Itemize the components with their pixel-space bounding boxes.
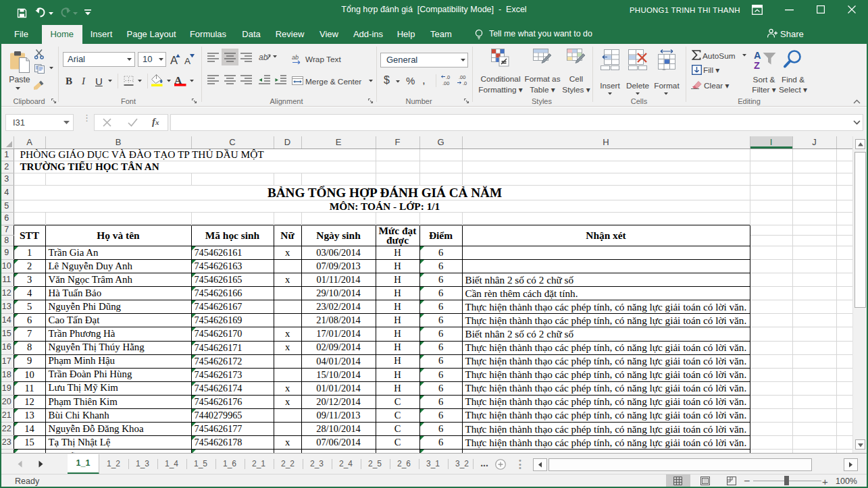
svg-text:Z: Z <box>754 60 760 70</box>
svg-text:ab: ab <box>292 54 299 61</box>
svg-text:.00: .00 <box>442 80 449 86</box>
svg-text:A: A <box>754 50 761 61</box>
svg-text:.0: .0 <box>463 80 467 86</box>
svg-text:ab: ab <box>259 53 268 62</box>
